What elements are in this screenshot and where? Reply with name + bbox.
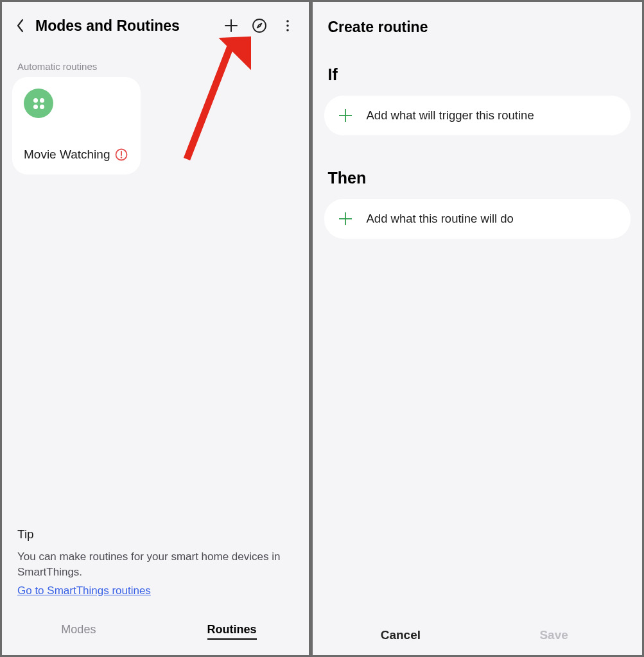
bottom-tabs: Modes Routines xyxy=(2,602,309,655)
header: Modes and Routines xyxy=(2,2,309,42)
routine-card-movie-watching[interactable]: Movie Watching xyxy=(12,77,141,175)
more-options-button[interactable] xyxy=(277,15,299,37)
add-routine-button[interactable] xyxy=(220,15,242,37)
routine-name-row: Movie Watching xyxy=(24,148,129,162)
back-icon xyxy=(15,18,26,33)
tip-block: Tip You can make routines for your smart… xyxy=(2,527,309,602)
add-action-label: Add what this routine will do xyxy=(367,212,514,226)
svg-point-9 xyxy=(121,157,123,158)
tab-modes-label: Modes xyxy=(61,623,96,636)
tip-body: You can make routines for your smart hom… xyxy=(17,549,293,581)
svg-point-2 xyxy=(253,19,266,32)
page-title: Modes and Routines xyxy=(35,17,180,35)
plus-icon xyxy=(338,212,352,226)
bottom-actions: Cancel Save xyxy=(324,617,631,655)
screen-create-routine: Create routine If Add what will trigger … xyxy=(311,0,645,657)
tip-title: Tip xyxy=(17,527,293,542)
plus-icon xyxy=(338,108,352,123)
tab-modes[interactable]: Modes xyxy=(2,618,155,645)
section-label-automatic: Automatic routines xyxy=(2,42,309,77)
routine-name-label: Movie Watching xyxy=(24,148,110,162)
plus-icon xyxy=(223,18,239,33)
tab-routines[interactable]: Routines xyxy=(155,618,309,645)
save-button[interactable]: Save xyxy=(477,628,631,642)
cancel-button[interactable]: Cancel xyxy=(324,628,478,642)
back-button[interactable] xyxy=(12,18,29,33)
compass-icon xyxy=(252,18,267,33)
add-action-button[interactable]: Add what this routine will do xyxy=(324,199,631,239)
more-vertical-icon xyxy=(280,18,295,33)
tab-routines-label: Routines xyxy=(207,623,257,640)
svg-point-4 xyxy=(286,20,289,22)
then-heading: Then xyxy=(324,169,631,187)
screen-routines-list: Modes and Routines Automatic routines xyxy=(0,0,311,657)
svg-point-5 xyxy=(286,24,289,27)
four-dots-icon xyxy=(33,98,44,109)
add-trigger-button[interactable]: Add what will trigger this routine xyxy=(324,96,631,135)
discover-button[interactable] xyxy=(248,15,270,37)
add-trigger-label: Add what will trigger this routine xyxy=(367,108,534,123)
create-routine-title: Create routine xyxy=(324,19,631,36)
if-heading: If xyxy=(324,65,631,84)
svg-marker-3 xyxy=(257,24,261,28)
smartthings-link[interactable]: Go to SmartThings routines xyxy=(17,584,151,597)
svg-point-6 xyxy=(286,29,289,31)
alert-icon xyxy=(115,148,128,161)
routine-icon xyxy=(24,89,53,118)
